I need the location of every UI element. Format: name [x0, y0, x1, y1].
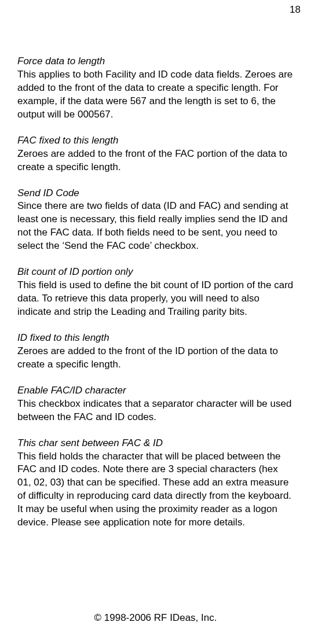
section-body: This applies to both Facility and ID cod…	[17, 69, 292, 120]
section-title: This char sent between FAC & ID	[17, 437, 163, 448]
section-enable-fac-id-char: Enable FAC/ID character This checkbox in…	[17, 384, 294, 424]
section-title: ID fixed to this length	[17, 332, 109, 343]
section-body: Since there are two fields of data (ID a…	[17, 200, 288, 251]
section-body: This field holds the character that will…	[17, 451, 291, 528]
section-body: Zeroes are added to the front of the ID …	[17, 345, 278, 370]
page-number: 18	[290, 3, 301, 17]
section-title: FAC fixed to this length	[17, 135, 119, 146]
section-send-id-code: Send ID Code Since there are two fields …	[17, 187, 294, 253]
section-title: Force data to length	[17, 56, 105, 67]
section-title: Bit count of ID portion only	[17, 266, 133, 277]
section-body: Zeroes are added to the front of the FAC…	[17, 148, 287, 172]
section-title: Enable FAC/ID character	[17, 385, 126, 396]
section-id-fixed-length: ID fixed to this length Zeroes are added…	[17, 332, 294, 371]
section-body: This checkbox indicates that a separator…	[17, 398, 291, 422]
section-fac-fixed-length: FAC fixed to this length Zeroes are adde…	[17, 134, 294, 174]
section-body: This field is used to define the bit cou…	[17, 279, 293, 317]
copyright-footer: © 1998-2006 RF IDeas, Inc.	[0, 612, 311, 625]
section-title: Send ID Code	[17, 187, 79, 198]
document-content: Force data to length This applies to bot…	[17, 0, 294, 529]
section-bit-count-id: Bit count of ID portion only This field …	[17, 266, 294, 319]
section-force-data-to-length: Force data to length This applies to bot…	[17, 55, 294, 122]
section-char-between-fac-id: This char sent between FAC & ID This fie…	[17, 437, 294, 530]
